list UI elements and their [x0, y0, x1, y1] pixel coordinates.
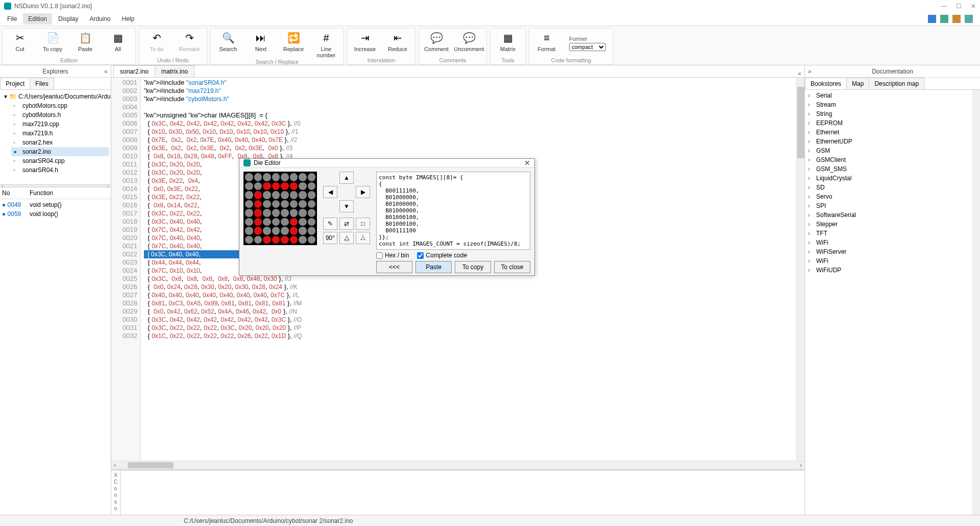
matrix-dot[interactable]	[290, 173, 298, 181]
vertical-scrollbar[interactable]	[796, 78, 804, 461]
copy-button[interactable]: To copy	[455, 261, 491, 273]
matrix-dot[interactable]	[308, 209, 316, 217]
matrix-dot[interactable]	[263, 191, 271, 199]
monitor-icon[interactable]	[965, 15, 973, 23]
matrix-dot[interactable]	[245, 209, 253, 217]
matrix-dot[interactable]	[245, 191, 253, 199]
file-max7219.h[interactable]: ▫max7219.h	[11, 129, 109, 138]
lib-WiFi[interactable]: WiFi	[807, 238, 970, 247]
matrix-dot[interactable]	[299, 191, 307, 199]
hexbin-checkbox[interactable]: Hex / bin	[376, 252, 409, 259]
complete-checkbox[interactable]: Complete code	[417, 252, 467, 259]
collapse-left-icon[interactable]: «	[104, 68, 108, 75]
matrix-dot[interactable]	[308, 200, 316, 208]
replace-button[interactable]: 🔁Replace	[279, 30, 308, 58]
function-0049[interactable]: ● 0049void setup()	[2, 200, 109, 209]
horizontal-scrollbar[interactable]: ‹›	[111, 461, 804, 469]
uncomment-button[interactable]: 💬Uncomment	[455, 30, 483, 57]
rotate-button[interactable]: 90°	[323, 232, 337, 244]
matrix-dot[interactable]	[245, 218, 253, 226]
cut-button[interactable]: ✂Cut	[6, 30, 34, 57]
matrix-dot[interactable]	[245, 227, 253, 235]
tree-root[interactable]: C:/Users/jeanluc/Documents/Arduir	[18, 93, 111, 100]
lib-Stepper[interactable]: Stepper	[807, 220, 970, 229]
file-sonar2.hex[interactable]: ▫sonar2.hex	[11, 138, 109, 147]
matrix-dot[interactable]	[254, 182, 262, 190]
matrix-dot[interactable]	[272, 182, 280, 190]
maximize-button[interactable]: ☐	[956, 3, 962, 10]
docs-scrollbar[interactable]	[972, 90, 980, 515]
matrix-dot[interactable]	[281, 236, 289, 244]
reduce-button[interactable]: ⇤Reduce	[383, 30, 412, 57]
lib-EthernetUDP[interactable]: EthernetUDP	[807, 137, 970, 146]
shift-up-button[interactable]: ▲	[339, 172, 354, 184]
verify-icon[interactable]	[940, 15, 948, 23]
flip-h-button[interactable]: ⧋	[339, 232, 354, 244]
lib-EEPROM[interactable]: EEPROM	[807, 118, 970, 128]
remake-button[interactable]: ↷Remake	[175, 30, 204, 57]
matrix-dot[interactable]	[290, 191, 298, 199]
lib-SPI[interactable]: SPI	[807, 201, 970, 210]
matrix-dot[interactable]	[272, 218, 280, 226]
matrix-dot[interactable]	[245, 236, 253, 244]
explorer-tab-project[interactable]: Project	[0, 78, 30, 89]
matrix-dot[interactable]	[281, 200, 289, 208]
matrix-dot[interactable]	[299, 173, 307, 181]
matrix-dot[interactable]	[281, 227, 289, 235]
paste-button[interactable]: Paste	[415, 261, 452, 273]
dialog-code[interactable]: const byte IMAGES[][8]= { { B00111100, B…	[376, 172, 530, 250]
lib-TFT[interactable]: TFT	[807, 229, 970, 238]
matrix-dot[interactable]	[290, 200, 298, 208]
matrix-dot[interactable]	[254, 227, 262, 235]
matrix-dot[interactable]	[308, 227, 316, 235]
matrix-dot[interactable]	[299, 227, 307, 235]
matrix-dot[interactable]	[245, 200, 253, 208]
comment-button[interactable]: 💬Comment	[422, 30, 451, 57]
editor-tab-sonar2.ino[interactable]: sonar2.ino	[113, 65, 155, 77]
matrix-dot[interactable]	[299, 236, 307, 244]
matrix-dot[interactable]	[254, 236, 262, 244]
matrix-dot[interactable]	[281, 191, 289, 199]
file-max7219.cpp[interactable]: ▫max7219.cpp	[11, 119, 109, 129]
editor-tab-matrix.ino[interactable]: matrix.ino	[155, 65, 194, 77]
function-0059[interactable]: ● 0059void loop()	[2, 209, 109, 219]
lib-GSMClient[interactable]: GSMClient	[807, 155, 970, 164]
matrix-dot[interactable]	[263, 182, 271, 190]
matrix-dot[interactable]	[254, 191, 262, 199]
shift-down-button[interactable]: ▼	[339, 200, 354, 212]
matrix-dot[interactable]	[290, 227, 298, 235]
paste-button[interactable]: 📋Paste	[71, 30, 100, 57]
matrix-dot[interactable]	[263, 200, 271, 208]
file-sonarSR04.h[interactable]: ▫sonarSR04.h	[11, 165, 109, 175]
collapse-center-icon[interactable]: «	[798, 70, 801, 77]
matrix-dot[interactable]	[299, 209, 307, 217]
matrix-dot[interactable]	[308, 173, 316, 181]
flip-v-button[interactable]: ⧊	[356, 232, 370, 244]
lib-String[interactable]: String	[807, 109, 970, 118]
matrix-dot[interactable]	[272, 173, 280, 181]
lib-Servo[interactable]: Servo	[807, 192, 970, 201]
docs-tab-description-map[interactable]: Description map	[869, 78, 924, 89]
former-select[interactable]: compact	[569, 43, 606, 51]
matrix-dot[interactable]	[272, 191, 280, 199]
matrix-dot[interactable]	[281, 209, 289, 217]
lib-Serial[interactable]: Serial	[807, 91, 970, 100]
matrix-dot[interactable]	[299, 200, 307, 208]
lib-SoftwareSerial[interactable]: SoftwareSerial	[807, 210, 970, 220]
close-button[interactable]: ✕	[971, 3, 976, 10]
lib-LiquidCrystal[interactable]: LiquidCrystal	[807, 174, 970, 183]
matrix-dot[interactable]	[245, 182, 253, 190]
matrix-dot[interactable]	[263, 209, 271, 217]
docs-tab-map[interactable]: Map	[846, 78, 869, 89]
matrix-button[interactable]: ▦Matrix	[494, 30, 522, 57]
file-cybotMotors.h[interactable]: ▫cybotMotors.h	[11, 110, 109, 119]
matrix-dot[interactable]	[254, 200, 262, 208]
save-icon[interactable]	[928, 15, 936, 23]
matrix-dot[interactable]	[299, 182, 307, 190]
file-sonarSR04.cpp[interactable]: ▫sonarSR04.cpp	[11, 156, 109, 165]
matrix-dot[interactable]	[254, 209, 262, 217]
matrix-dot[interactable]	[272, 209, 280, 217]
matrix-dot[interactable]	[308, 218, 316, 226]
upload-icon[interactable]	[952, 15, 961, 23]
close-dialog-button[interactable]: To close	[494, 261, 530, 273]
